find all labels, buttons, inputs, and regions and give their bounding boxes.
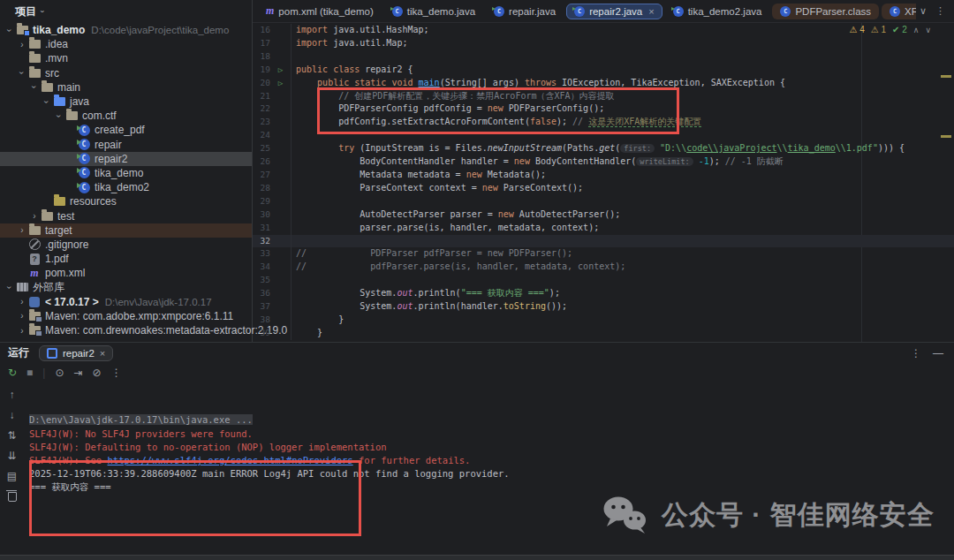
- next-problem-chevron-icon[interactable]: ∨: [925, 26, 931, 34]
- scrollbar-warning-mark[interactable]: [941, 75, 951, 78]
- chevron-down-icon[interactable]: ›: [4, 283, 16, 292]
- tree-item[interactable]: ›Maven: com.drewnoakes:metadata-extracto…: [0, 323, 252, 337]
- clear-console-icon[interactable]: [8, 492, 17, 502]
- code-line[interactable]: 31 parser.parse(is, handler, metadata, c…: [253, 222, 954, 235]
- chevron-right-icon[interactable]: ›: [16, 297, 28, 306]
- tree-item[interactable]: ›com.ctf: [0, 109, 252, 123]
- soft-wrap-icon[interactable]: ⇅: [7, 429, 16, 442]
- prev-problem-chevron-icon[interactable]: ∧: [913, 26, 920, 34]
- editor-tab[interactable]: CXFAExtractor.class: [882, 4, 916, 19]
- chevron-down-icon[interactable]: ›: [41, 97, 53, 107]
- chevron-down-icon[interactable]: ›: [28, 82, 41, 92]
- folder-icon: [28, 52, 41, 64]
- restore-layout-icon[interactable]: ⇥: [74, 367, 83, 379]
- code-line[interactable]: 33// PDFParser pdfParser = new PDFParser…: [253, 247, 954, 261]
- folder-icon: [28, 38, 41, 50]
- code-line[interactable]: 30 AutoDetectParser parser = new AutoDet…: [253, 208, 954, 222]
- editor-tab-strip: mpom.xml (tika_demo)Ctika_demo.javaCrepa…: [253, 0, 916, 22]
- code-line[interactable]: 37 System.out.println(handler.toString()…: [253, 300, 954, 314]
- chevron-right-icon[interactable]: ›: [16, 225, 28, 235]
- tree-item[interactable]: Ccreate_pdf: [0, 123, 252, 137]
- tab-overflow-chevron-icon[interactable]: ∨: [920, 5, 927, 17]
- tree-item[interactable]: ›tika_demoD:\code\javaProject\tika_demo: [0, 23, 252, 37]
- chevron-right-icon[interactable]: ›: [28, 211, 41, 221]
- editor-tab[interactable]: Ctika_demo.java: [384, 4, 483, 19]
- code-editor[interactable]: 16import java.util.HashMap;17import java…: [253, 22, 954, 342]
- run-gutter-icon[interactable]: ▷: [270, 64, 292, 77]
- hide-panel-icon[interactable]: —: [933, 347, 943, 359]
- run-gutter-icon[interactable]: ▷: [270, 77, 292, 90]
- tree-item[interactable]: Ctika_demo2: [0, 180, 252, 194]
- code-line[interactable]: 19▷public class repair2 {: [253, 64, 954, 77]
- down-stack-trace-icon[interactable]: ↓: [10, 409, 15, 421]
- code-line[interactable]: 17import java.util.Map;: [253, 37, 954, 50]
- chevron-down-icon[interactable]: ›: [53, 111, 65, 121]
- annotation-box-console: [29, 460, 361, 536]
- code-line[interactable]: 29: [253, 195, 954, 208]
- tree-item[interactable]: resources: [0, 194, 252, 208]
- gutter: [270, 261, 292, 274]
- tree-item[interactable]: mpom.xml: [0, 266, 252, 280]
- mute-icon[interactable]: ⊘: [93, 367, 102, 379]
- toolbar-kebab-icon[interactable]: ⋮: [111, 367, 122, 379]
- gutter: [270, 50, 292, 64]
- run-panel-kebab-icon[interactable]: ⋮: [911, 347, 921, 359]
- tree-item[interactable]: Crepair2: [0, 152, 252, 166]
- run-config-tab[interactable]: repair2 ×: [39, 345, 113, 361]
- up-stack-trace-icon[interactable]: ↑: [10, 389, 15, 401]
- code-text: public class repair2 {: [292, 64, 413, 77]
- rerun-icon[interactable]: ↻: [8, 367, 17, 379]
- code-line[interactable]: 36 System.out.println("=== 获取内容 ===");: [253, 287, 954, 300]
- scroll-to-end-icon[interactable]: ⇊: [7, 450, 16, 462]
- thread-dump-icon[interactable]: ⊙: [55, 367, 64, 379]
- code-line[interactable]: 25 try (InputStream is = Files.newInputS…: [253, 142, 954, 155]
- tree-item[interactable]: ?1.pdf: [0, 252, 252, 266]
- chevron-right-icon[interactable]: ›: [16, 326, 28, 336]
- chevron-down-icon[interactable]: ›: [16, 68, 28, 78]
- stop-icon[interactable]: ■: [26, 367, 33, 379]
- tree-item[interactable]: ›test: [0, 208, 252, 223]
- print-icon[interactable]: ▤: [7, 470, 17, 482]
- tree-item[interactable]: ›外部库: [0, 280, 252, 294]
- class-icon: C: [673, 6, 684, 17]
- tree-item[interactable]: ›Maven: com.adobe.xmp:xmpcore:6.1.11: [0, 309, 252, 323]
- code-line[interactable]: 26 BodyContentHandler handler = new Body…: [253, 155, 954, 169]
- tree-item[interactable]: ›main: [0, 80, 252, 95]
- code-line[interactable]: 32: [253, 235, 954, 248]
- tree-item[interactable]: .mvn: [0, 51, 252, 65]
- code-line[interactable]: 35: [253, 274, 954, 287]
- warning-icon: ⚠ 4: [849, 25, 864, 34]
- editor-tab[interactable]: mpom.xml (tika_demo): [258, 2, 382, 20]
- editor-tab-label: tika_demo.java: [407, 6, 475, 17]
- line-number: 26: [253, 155, 270, 169]
- code-line[interactable]: 28 ParseContext context = new ParseConte…: [253, 182, 954, 195]
- scrollbar-warning-mark[interactable]: [941, 135, 951, 138]
- editor-tab[interactable]: Crepair2.java×: [566, 4, 662, 19]
- tree-item[interactable]: Ctika_demo: [0, 166, 252, 180]
- code-line[interactable]: 18: [253, 50, 954, 64]
- editor-tab[interactable]: Ctika_demo2.java: [665, 4, 770, 19]
- code-line[interactable]: 34// pdfParser.parse(is, handler, metada…: [253, 261, 954, 274]
- tree-item[interactable]: ›java: [0, 95, 252, 109]
- close-icon[interactable]: ×: [648, 6, 654, 17]
- code-line[interactable]: 27 Metadata metadata = new Metadata();: [253, 169, 954, 182]
- tree-item[interactable]: Crepair: [0, 138, 252, 152]
- tree-item[interactable]: .gitignore: [0, 238, 252, 252]
- inspections-widget[interactable]: ⚠ 4 ⚠ 1 ✔ 2 ∧ ∨: [849, 25, 931, 34]
- tree-item[interactable]: ›< 17.0.17 >D:\env\Java\jdk-17.0.17: [0, 295, 252, 309]
- chevron-right-icon[interactable]: ›: [16, 311, 28, 321]
- code-line[interactable]: 38 }: [253, 314, 954, 327]
- editor-tab[interactable]: Crepair.java: [486, 4, 564, 19]
- project-tree: ›tika_demoD:\code\javaProject\tika_demo›…: [0, 23, 252, 337]
- tree-item[interactable]: ›src: [0, 66, 252, 80]
- close-icon[interactable]: ×: [100, 348, 105, 359]
- chevron-right-icon[interactable]: ›: [16, 40, 28, 49]
- chevron-down-icon[interactable]: ›: [4, 26, 16, 35]
- editor-tab[interactable]: CPDFParser.class: [772, 4, 879, 19]
- tree-item[interactable]: ›.idea: [0, 37, 252, 51]
- run-toolbar: ↻ ■ | ⊙ ⇥ ⊘ ⋮: [0, 363, 954, 382]
- tree-item[interactable]: ›target: [0, 223, 252, 238]
- code-line[interactable]: 39 }: [253, 327, 954, 340]
- project-panel-header[interactable]: 项目 ›: [0, 0, 252, 23]
- tab-options-kebab-icon[interactable]: ⋮: [935, 5, 945, 17]
